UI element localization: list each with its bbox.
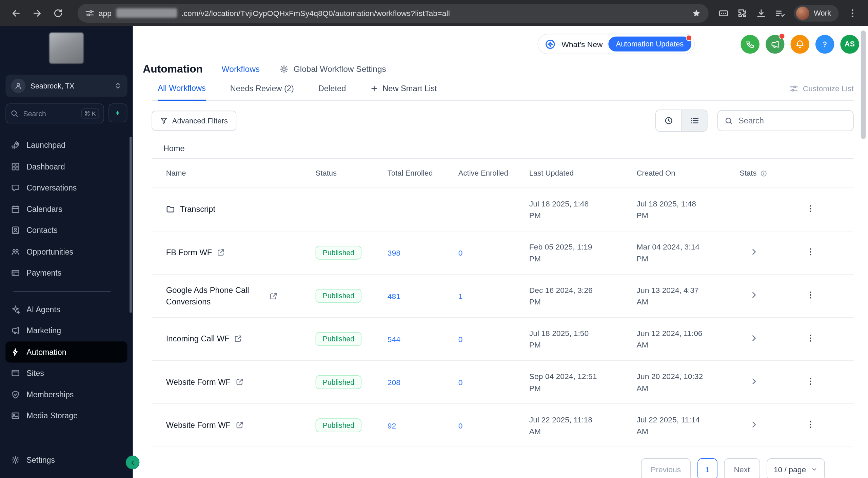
total-enrolled-value[interactable]: 544 — [388, 335, 400, 343]
active-enrolled-value[interactable]: 0 — [458, 378, 463, 386]
quick-actions-button[interactable] — [108, 103, 127, 122]
workflow-search[interactable] — [717, 110, 854, 131]
tab-global-workflow-settings[interactable]: Global Workflow Settings — [280, 64, 386, 74]
sidebar-item-launchpad[interactable]: Launchpad — [5, 135, 127, 156]
column-header-active-enrolled[interactable]: Active Enrolled — [444, 159, 515, 188]
downloads-icon[interactable] — [756, 8, 766, 18]
row-menu-icon[interactable] — [806, 334, 815, 342]
external-link-icon[interactable] — [236, 421, 243, 429]
external-link-icon[interactable] — [234, 335, 242, 343]
sidebar-item-ai-agents[interactable]: AI Agents — [5, 299, 127, 320]
help-button[interactable] — [815, 35, 834, 54]
sidebar-item-memberships[interactable]: Memberships — [5, 384, 127, 405]
sidebar-item-marketing[interactable]: Marketing — [5, 320, 127, 341]
main-scrollbar[interactable] — [861, 31, 866, 139]
sidebar-item-payments[interactable]: Payments — [5, 262, 127, 284]
total-enrolled-value[interactable]: 208 — [388, 378, 400, 386]
workflow-search-input[interactable] — [737, 116, 847, 125]
external-link-icon[interactable] — [217, 249, 225, 257]
next-page-button[interactable]: Next — [724, 458, 760, 478]
workflow-name[interactable]: Website Form WF — [166, 420, 231, 431]
sidebar-item-media-storage[interactable]: Media Storage — [5, 405, 127, 426]
stats-expand-icon[interactable] — [750, 334, 758, 342]
sidebar-search-input[interactable] — [22, 109, 77, 118]
history-view-button[interactable] — [656, 110, 682, 131]
column-header-status[interactable]: Status — [301, 159, 373, 188]
row-menu-icon[interactable] — [806, 247, 815, 256]
workflow-name[interactable]: Google Ads Phone Call Conversions — [166, 285, 265, 307]
stats-expand-icon[interactable] — [750, 247, 758, 256]
address-bar[interactable]: app .com/v2/location/TvjiOypOQHxFmSy4q8Q… — [78, 4, 709, 23]
tab-needs-review[interactable]: Needs Review (2) — [230, 84, 294, 100]
advanced-filters-button[interactable]: Advanced Filters — [152, 111, 236, 131]
table-row[interactable]: Website Form WF Published 208 0 Sep 04 2… — [152, 361, 853, 404]
table-row[interactable]: Transcript Jul 18 2025, 1:48 PM Jul 18 2… — [152, 188, 853, 231]
row-menu-icon[interactable] — [806, 377, 815, 386]
sidebar-collapse-button[interactable] — [126, 456, 140, 470]
user-avatar[interactable]: AS — [840, 35, 859, 54]
customize-list-button[interactable]: Customize List — [789, 84, 853, 100]
new-smart-list-button[interactable]: New Smart List — [370, 84, 437, 100]
announcements-button[interactable] — [766, 35, 785, 54]
sidebar-search[interactable]: ⌘ K — [5, 103, 104, 123]
tab-all-workflows[interactable]: All Workflows — [158, 84, 206, 101]
browser-back-button[interactable] — [7, 4, 26, 23]
sidebar-item-opportunities[interactable]: Opportunities — [5, 241, 127, 262]
active-enrolled-value[interactable]: 0 — [458, 421, 463, 430]
total-enrolled-value[interactable]: 92 — [388, 421, 396, 430]
location-switcher[interactable]: Seabrook, TX — [5, 75, 127, 97]
row-menu-icon[interactable] — [806, 420, 815, 429]
workflow-name[interactable]: FB Form WF — [166, 247, 212, 258]
active-enrolled-value[interactable]: 1 — [458, 292, 463, 300]
previous-page-button[interactable]: Previous — [641, 458, 691, 478]
column-header-stats[interactable]: Stats — [725, 159, 792, 188]
browser-menu-icon[interactable] — [848, 8, 857, 18]
column-header-total-enrolled[interactable]: Total Enrolled — [373, 159, 444, 188]
reading-list-icon[interactable] — [775, 8, 785, 18]
phone-button[interactable] — [741, 35, 760, 54]
stats-expand-icon[interactable] — [750, 420, 758, 429]
browser-forward-button[interactable] — [28, 4, 47, 23]
browser-reload-button[interactable] — [49, 4, 68, 23]
bookmark-star-icon[interactable] — [692, 8, 701, 17]
active-enrolled-value[interactable]: 0 — [458, 248, 463, 257]
page-1-button[interactable]: 1 — [697, 458, 717, 478]
column-header-name[interactable]: Name — [152, 159, 301, 188]
table-row[interactable]: Incoming Call WF Published 544 0 Jul 18 … — [152, 318, 853, 361]
automation-updates-badge[interactable]: Automation Updates — [608, 37, 691, 52]
list-view-button[interactable] — [682, 110, 707, 131]
page-size-select[interactable]: 10 / page — [767, 458, 825, 478]
breadcrumb[interactable]: Home — [163, 144, 854, 153]
total-enrolled-value[interactable]: 481 — [388, 292, 400, 300]
sidebar-item-sites[interactable]: Sites — [5, 362, 127, 384]
table-row[interactable]: FB Form WF Published 398 0 Feb 05 2025, … — [152, 231, 853, 274]
table-row[interactable]: Google Ads Phone Call Conversions Publis… — [152, 275, 853, 318]
stats-expand-icon[interactable] — [750, 291, 758, 299]
whats-new-group[interactable]: What's New Automation Updates — [538, 34, 695, 54]
external-link-icon[interactable] — [236, 378, 243, 386]
browser-profile-chip[interactable]: Work — [794, 5, 839, 21]
workflow-name[interactable]: Transcript — [180, 204, 215, 215]
site-settings-icon[interactable] — [85, 8, 94, 17]
row-menu-icon[interactable] — [806, 291, 815, 299]
active-enrolled-value[interactable]: 0 — [458, 335, 463, 343]
sidebar-item-calendars[interactable]: Calendars — [5, 198, 127, 220]
sidebar-item-settings[interactable]: Settings — [5, 449, 127, 471]
column-header-created-on[interactable]: Created On — [622, 159, 725, 188]
sidebar-item-dashboard[interactable]: Dashboard — [5, 156, 127, 177]
workflow-name[interactable]: Website Form WF — [166, 377, 231, 388]
sidebar-item-contacts[interactable]: Contacts — [5, 220, 127, 241]
external-link-icon[interactable] — [270, 292, 277, 300]
sidebar-item-automation[interactable]: Automation — [5, 341, 127, 363]
total-enrolled-value[interactable]: 398 — [388, 248, 400, 257]
sidebar-item-conversations[interactable]: Conversations — [5, 177, 127, 198]
stats-expand-icon[interactable] — [750, 377, 758, 386]
workflow-name[interactable]: Incoming Call WF — [166, 333, 230, 344]
sidebar-scrollbar[interactable] — [130, 137, 132, 313]
tab-workflows[interactable]: Workflows — [222, 64, 260, 74]
tab-deleted[interactable]: Deleted — [318, 84, 346, 100]
extensions-icon[interactable] — [737, 8, 747, 18]
row-menu-icon[interactable] — [806, 204, 815, 213]
notifications-button[interactable] — [790, 35, 809, 54]
password-manager-icon[interactable] — [718, 8, 728, 18]
